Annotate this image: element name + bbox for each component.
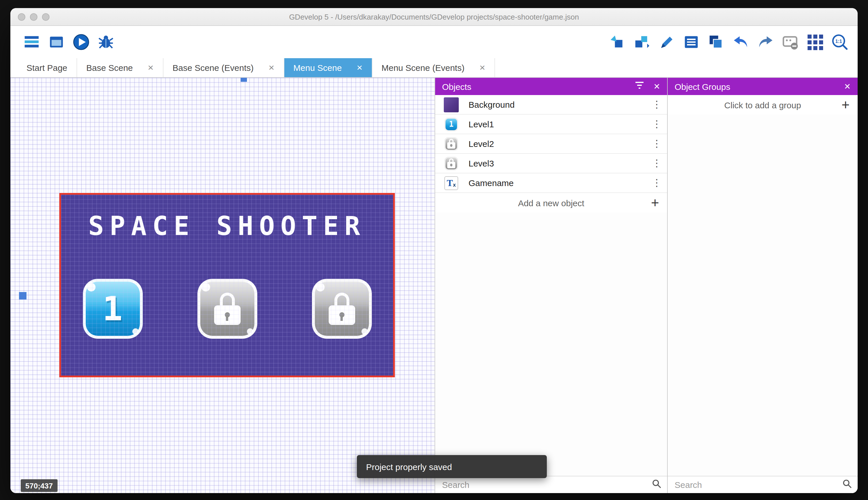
layers-icon[interactable]	[707, 33, 725, 51]
object-name: Level3	[469, 158, 642, 168]
level2-locked-button-instance[interactable]	[197, 279, 257, 339]
minimize-window-button[interactable]	[30, 13, 37, 21]
redo-icon[interactable]	[757, 33, 774, 51]
objects-list: Background ⋮ 1 Level1 ⋮ Lev	[435, 95, 667, 476]
main-content: SPACE SHOOTER 1 570;437	[10, 78, 858, 493]
canvas-handle[interactable]	[241, 78, 247, 82]
object-groups-icon[interactable]	[633, 33, 650, 51]
object-name: Background	[469, 100, 642, 110]
titlebar: GDevelop 5 - /Users/dkarakay/Documents/G…	[10, 8, 858, 26]
groups-search-input[interactable]	[673, 479, 837, 490]
search-icon	[652, 479, 661, 491]
tab-close-icon[interactable]: ×	[269, 63, 274, 72]
objects-panel: Objects ✕ Background ⋮ 1	[435, 78, 667, 493]
canvas-handle[interactable]	[19, 292, 26, 299]
row-menu-button[interactable]: ⋮	[651, 99, 662, 111]
zoom-window-button[interactable]	[42, 13, 49, 21]
object-row-level3[interactable]: Level3 ⋮	[435, 154, 667, 173]
cursor-coordinates: 570;437	[21, 479, 57, 492]
tab-label: Base Scene (Events)	[172, 63, 254, 72]
object-row-level2[interactable]: Level2 ⋮	[435, 134, 667, 154]
plus-icon[interactable]: +	[651, 195, 659, 211]
desktop-background: GDevelop 5 - /Users/dkarakay/Documents/G…	[0, 0, 868, 500]
tab-menu-scene-events[interactable]: Menu Scene (Events) ×	[372, 58, 495, 77]
tab-close-icon[interactable]: ×	[357, 63, 363, 72]
lock-icon	[214, 293, 240, 325]
tab-label: Start Page	[26, 63, 67, 72]
tab-label: Menu Scene	[293, 63, 342, 72]
gdevelop-window: GDevelop 5 - /Users/dkarakay/Documents/G…	[10, 8, 858, 493]
level1-button-icon: 1	[443, 117, 459, 131]
add-group-label: Click to add a group	[724, 100, 801, 110]
edit-pencil-icon[interactable]	[658, 33, 675, 51]
window-title: GDevelop 5 - /Users/dkarakay/Documents/G…	[289, 12, 579, 21]
zoom-1-1-icon[interactable]: 1:1	[831, 33, 848, 51]
object-name: Level2	[469, 139, 642, 149]
save-toast-message: Project properly saved	[366, 462, 452, 471]
row-menu-button[interactable]: ⋮	[651, 118, 662, 130]
window-mask-icon[interactable]	[782, 33, 799, 51]
locked-button-icon	[443, 156, 459, 170]
add-new-object-label: Add a new object	[518, 198, 584, 208]
text-object-icon: Tx	[443, 176, 459, 190]
window-icon[interactable]	[48, 33, 65, 51]
svg-text:1:1: 1:1	[835, 39, 842, 44]
tab-close-icon[interactable]: ×	[148, 63, 154, 72]
filter-icon[interactable]	[635, 81, 644, 92]
level1-button-instance[interactable]: 1	[83, 279, 142, 339]
object-groups-list: Click to add a group +	[668, 95, 858, 476]
locked-button-icon	[443, 137, 459, 151]
background-swatch-icon	[443, 97, 459, 112]
objects-search-bar	[435, 476, 667, 493]
object-groups-panel-header: Object Groups ✕	[668, 78, 858, 95]
object-groups-panel: Object Groups ✕ Click to add a group +	[667, 78, 858, 493]
object-row-background[interactable]: Background ⋮	[435, 95, 667, 115]
row-menu-button[interactable]: ⋮	[651, 157, 662, 169]
scene-title-text-instance[interactable]: SPACE SHOOTER	[61, 211, 393, 241]
tab-close-icon[interactable]: ×	[480, 63, 485, 72]
add-new-object-button[interactable]: Add a new object +	[435, 193, 667, 213]
tab-label: Base Scene	[86, 63, 133, 72]
row-menu-button[interactable]: ⋮	[651, 138, 662, 150]
scene-editor-canvas[interactable]: SPACE SHOOTER 1 570;437	[10, 78, 435, 493]
objects-search-input[interactable]	[441, 479, 647, 490]
tab-start-page[interactable]: Start Page	[17, 58, 77, 77]
project-manager-icon[interactable]	[23, 33, 40, 51]
level-buttons-row: 1	[61, 279, 393, 339]
object-row-gamename[interactable]: Tx Gamename ⋮	[435, 173, 667, 193]
toolbar: 1:1	[10, 26, 858, 58]
add-group-button[interactable]: Click to add a group +	[668, 95, 858, 115]
close-icon[interactable]: ✕	[654, 82, 660, 91]
object-name: Level1	[469, 119, 642, 129]
save-toast: Project properly saved	[357, 455, 547, 478]
tab-bar: Start Page Base Scene × Base Scene (Even…	[10, 58, 858, 78]
selected-background-instance[interactable]: SPACE SHOOTER 1	[59, 193, 395, 377]
tab-base-scene-events[interactable]: Base Scene (Events) ×	[163, 58, 284, 77]
undo-icon[interactable]	[732, 33, 749, 51]
lock-icon	[328, 293, 355, 325]
object-name: Gamename	[469, 178, 642, 188]
tab-label: Menu Scene (Events)	[381, 63, 465, 72]
groups-search-bar	[668, 476, 858, 493]
objects-panel-title: Objects	[442, 81, 626, 91]
tab-base-scene[interactable]: Base Scene ×	[77, 58, 163, 77]
traffic-lights	[18, 13, 49, 21]
close-icon[interactable]: ✕	[844, 82, 851, 91]
instances-list-icon[interactable]	[683, 33, 700, 51]
grid-icon[interactable]	[806, 33, 824, 51]
search-icon	[842, 479, 852, 491]
preview-play-button[interactable]	[72, 33, 90, 51]
object-groups-panel-title: Object Groups	[675, 81, 835, 91]
plus-icon[interactable]: +	[842, 97, 849, 113]
level3-locked-button-instance[interactable]	[312, 279, 372, 339]
insert-object-icon[interactable]	[608, 33, 626, 51]
object-row-level1[interactable]: 1 Level1 ⋮	[435, 115, 667, 134]
debug-bug-icon[interactable]	[97, 33, 115, 51]
close-window-button[interactable]	[18, 13, 25, 21]
objects-panel-header: Objects ✕	[435, 78, 667, 95]
tab-menu-scene[interactable]: Menu Scene ×	[284, 58, 372, 77]
level1-number: 1	[103, 289, 122, 328]
row-menu-button[interactable]: ⋮	[651, 177, 662, 189]
